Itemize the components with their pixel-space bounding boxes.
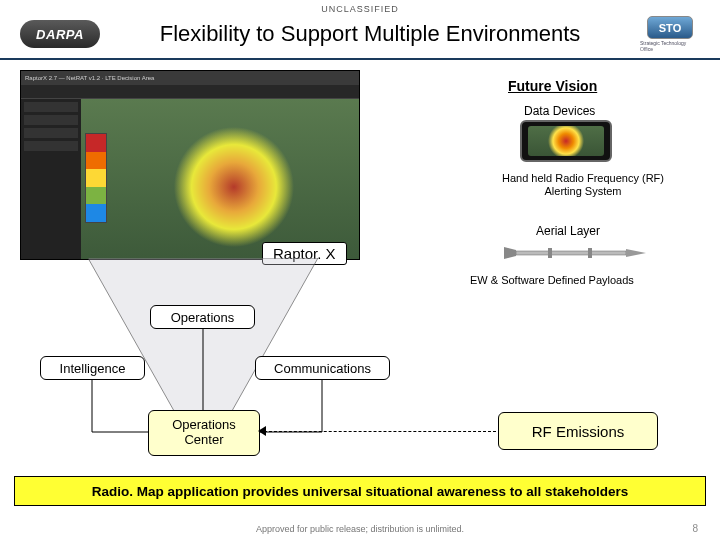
- ew-payloads-label: EW & Software Defined Payloads: [470, 274, 634, 286]
- node-communications: Communications: [255, 356, 390, 380]
- page-number: 8: [692, 523, 698, 534]
- handheld-caption: Hand held Radio Frequency (RF) Alerting …: [498, 172, 668, 198]
- sto-subtitle: Strategic Technology Office: [640, 40, 700, 52]
- center-line1: Operations: [172, 418, 236, 433]
- center-line2: Center: [184, 433, 223, 448]
- sto-badge: STO: [647, 16, 693, 39]
- node-operations: Operations: [150, 305, 255, 329]
- release-statement: Approved for public release; distributio…: [0, 524, 720, 534]
- handheld-device-icon: [520, 120, 612, 162]
- summary-banner: Radio. Map application provides universa…: [14, 476, 706, 506]
- slide-header: DARPA Flexibility to Support Multiple En…: [0, 16, 720, 60]
- app-sidebar: [21, 99, 81, 259]
- rf-emissions-box: RF Emissions: [498, 412, 658, 450]
- raptorx-screenshot: RaptorX 2.7 — NetRAT v1.2 · LTE Decision…: [20, 70, 360, 260]
- svg-rect-6: [516, 251, 626, 255]
- darpa-logo: DARPA: [20, 20, 100, 48]
- classification-label: UNCLASSIFIED: [0, 0, 720, 16]
- sto-logo: STO Strategic Technology Office: [640, 16, 700, 52]
- svg-marker-0: [88, 258, 318, 418]
- heatmap-legend: [85, 133, 107, 223]
- node-intelligence: Intelligence: [40, 356, 145, 380]
- svg-marker-7: [626, 249, 646, 257]
- future-vision-title: Future Vision: [508, 78, 597, 94]
- aerial-layer-label: Aerial Layer: [536, 224, 600, 238]
- svg-rect-9: [548, 248, 552, 258]
- svg-rect-10: [588, 248, 592, 258]
- window-title: RaptorX 2.7 — NetRAT v1.2 · LTE Decision…: [25, 75, 154, 81]
- node-operations-center: Operations Center: [148, 410, 260, 456]
- slide-title: Flexibility to Support Multiple Environm…: [100, 21, 640, 47]
- slide-body: RaptorX 2.7 — NetRAT v1.2 · LTE Decision…: [0, 60, 720, 480]
- svg-marker-8: [504, 247, 516, 259]
- arrow-left-icon: [258, 426, 266, 436]
- app-toolbar: [21, 85, 359, 99]
- raptorx-label: Raptor. X: [262, 242, 347, 265]
- data-devices-label: Data Devices: [524, 104, 595, 118]
- missile-icon: [498, 246, 648, 260]
- dashed-connector: [264, 431, 496, 432]
- rf-heatmap: [81, 99, 359, 259]
